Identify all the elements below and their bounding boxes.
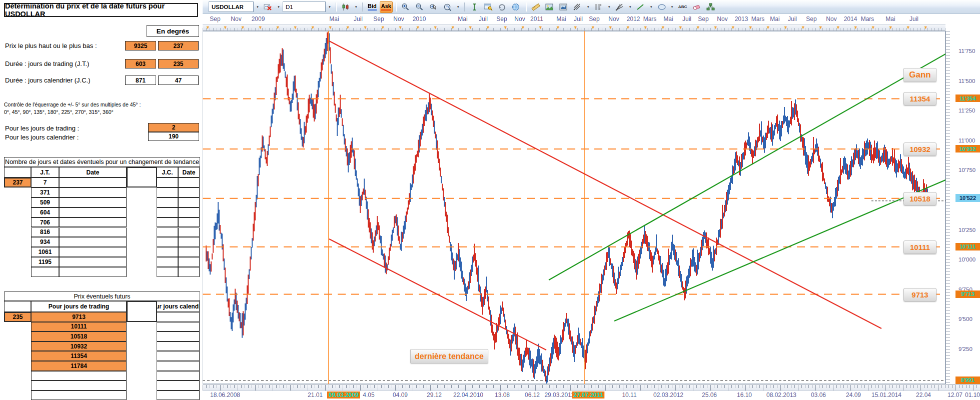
jt-value-cell[interactable]: 816	[31, 228, 59, 238]
param-value-cell[interactable]: 9325	[125, 41, 156, 50]
eraser-icon[interactable]	[690, 1, 703, 13]
param-value-cell[interactable]: 603	[125, 59, 156, 68]
jc-cell[interactable]	[157, 237, 178, 247]
jt-value-cell[interactable]: 371	[31, 188, 59, 198]
jc-cell[interactable]	[157, 208, 178, 218]
calendar-price-cell[interactable]	[157, 371, 200, 381]
calendar-price-cell[interactable]	[157, 390, 200, 400]
jt-value-cell[interactable]: 509	[31, 198, 59, 208]
jc-cell[interactable]	[157, 198, 178, 208]
last-trend-label[interactable]: dernière tendance	[410, 349, 488, 364]
rotate-icon[interactable]	[496, 1, 509, 13]
date2-cell[interactable]	[178, 257, 200, 267]
table-days-gap-cell[interactable]	[127, 167, 157, 188]
date-cell[interactable]	[59, 218, 127, 228]
date2-cell[interactable]	[178, 198, 200, 208]
degrees-badge-237[interactable]: 237	[4, 178, 32, 188]
jc-cell[interactable]	[157, 257, 178, 267]
ibeam-cursor-icon[interactable]	[468, 1, 481, 13]
top-marker-ruler[interactable]: ▼▼▼▼▼▼▼▼▼▼▼▼▼▼▼▼▼▼▼▼▼▼▼▼▼▼▼▼▼▼▼▼▼▼▼▼▼▼▼▼…	[203, 24, 945, 31]
future-price-cell[interactable]: 9713	[31, 312, 127, 322]
date2-cell[interactable]	[178, 237, 200, 247]
date-cell[interactable]	[59, 257, 127, 267]
jt-value-cell[interactable]: 706	[31, 218, 59, 228]
price-level-label[interactable]: 11354	[903, 92, 936, 106]
timeframe-combo-arrow-icon[interactable]: ▼	[327, 2, 333, 12]
fan-lines-icon[interactable]	[613, 1, 626, 13]
future-price-cell[interactable]: 11784	[31, 361, 127, 371]
jt-value-cell[interactable]	[31, 267, 59, 277]
jc-cell[interactable]	[157, 228, 178, 238]
future-price-cell[interactable]: 10111	[31, 322, 127, 332]
segments-icon[interactable]	[592, 1, 605, 13]
param-degrees-cell[interactable]: 235	[158, 59, 199, 68]
date-cell[interactable]	[59, 237, 127, 247]
param-degrees-cell[interactable]: 47	[158, 76, 199, 85]
price-level-label[interactable]: 10518	[903, 192, 936, 206]
zoom-box-arrow-icon[interactable]: ▼	[455, 2, 461, 12]
image-icon[interactable]	[543, 1, 556, 13]
date2-cell[interactable]	[178, 228, 200, 238]
calendar-price-cell[interactable]	[157, 342, 200, 352]
date2-cell[interactable]	[178, 218, 200, 228]
price-level-label[interactable]: 9713	[903, 288, 936, 302]
jt-value-cell[interactable]: 604	[31, 208, 59, 218]
jt-value-cell[interactable]: 934	[31, 237, 59, 247]
globe-icon[interactable]	[510, 1, 523, 13]
bid-button[interactable]: Bid	[366, 1, 379, 13]
date2-cell[interactable]	[178, 188, 200, 198]
zoom-box-icon[interactable]	[441, 1, 454, 13]
timeframe-combo[interactable]: D1	[283, 2, 326, 12]
bottom-ruler[interactable]	[203, 384, 980, 391]
chart-type-arrow-icon[interactable]: ▼	[353, 2, 359, 12]
future-price-cell[interactable]: 11354	[31, 351, 127, 361]
date2-cell[interactable]	[178, 267, 200, 277]
calendar-price-cell[interactable]	[157, 332, 200, 342]
future-price-cell[interactable]: 10932	[31, 342, 127, 352]
text-tool-icon[interactable]: ABC	[676, 1, 689, 13]
jt-value-cell[interactable]: 7	[31, 178, 59, 188]
jt-value-cell[interactable]: 1195	[31, 257, 59, 267]
symbol-combo-arrow-icon[interactable]: ▼	[255, 2, 261, 12]
date2-cell[interactable]	[178, 178, 200, 188]
green-uptrend-lower-line[interactable]	[614, 174, 945, 321]
date-cell[interactable]	[59, 198, 127, 208]
jc-cell[interactable]	[157, 178, 178, 188]
date-cell[interactable]	[59, 247, 127, 257]
check-value-cell[interactable]: 2	[148, 123, 199, 132]
pitchfork-arrow-icon[interactable]: ▼	[585, 2, 591, 12]
gann-label[interactable]: Gann	[903, 68, 936, 82]
degrees-badge-235[interactable]: 235	[4, 312, 32, 322]
zoom-in-icon[interactable]	[399, 1, 412, 13]
org-chart-icon[interactable]	[704, 1, 717, 13]
remove-indicator-arrow-icon[interactable]: ▼	[276, 2, 282, 12]
table-prices-gap-cell[interactable]	[127, 301, 157, 322]
ask-button[interactable]: Ask	[380, 1, 393, 13]
date-cell[interactable]	[59, 178, 127, 188]
price-level-label[interactable]: 10111	[903, 240, 936, 254]
pitchfork-icon[interactable]	[571, 1, 584, 13]
fan-lines-arrow-icon[interactable]: ▼	[627, 2, 633, 12]
jc-cell[interactable]	[157, 247, 178, 257]
date2-cell[interactable]	[178, 247, 200, 257]
calendar-price-cell[interactable]	[157, 361, 200, 371]
jt-value-cell[interactable]: 1061	[31, 247, 59, 257]
trend-line-arrow-icon[interactable]: ▼	[648, 2, 654, 12]
price-axis-ruler[interactable]	[945, 31, 950, 384]
future-price-cell[interactable]	[31, 371, 127, 381]
price-level-label[interactable]: 10932	[903, 142, 936, 156]
chart-type-icon[interactable]	[339, 1, 352, 13]
segments-arrow-icon[interactable]: ▼	[606, 2, 612, 12]
date2-cell[interactable]	[178, 208, 200, 218]
jc-cell[interactable]	[157, 218, 178, 228]
ellipse-icon[interactable]	[655, 1, 668, 13]
param-degrees-cell[interactable]: 237	[158, 41, 199, 50]
date-cell[interactable]	[59, 188, 127, 198]
date-cell[interactable]	[59, 228, 127, 238]
future-price-cell[interactable]	[31, 380, 127, 390]
calendar-price-cell[interactable]	[157, 322, 200, 332]
jc-cell[interactable]	[157, 267, 178, 277]
calendar-price-cell[interactable]	[157, 351, 200, 361]
calendar-price-cell[interactable]	[157, 312, 200, 322]
future-price-cell[interactable]: 10518	[31, 332, 127, 342]
